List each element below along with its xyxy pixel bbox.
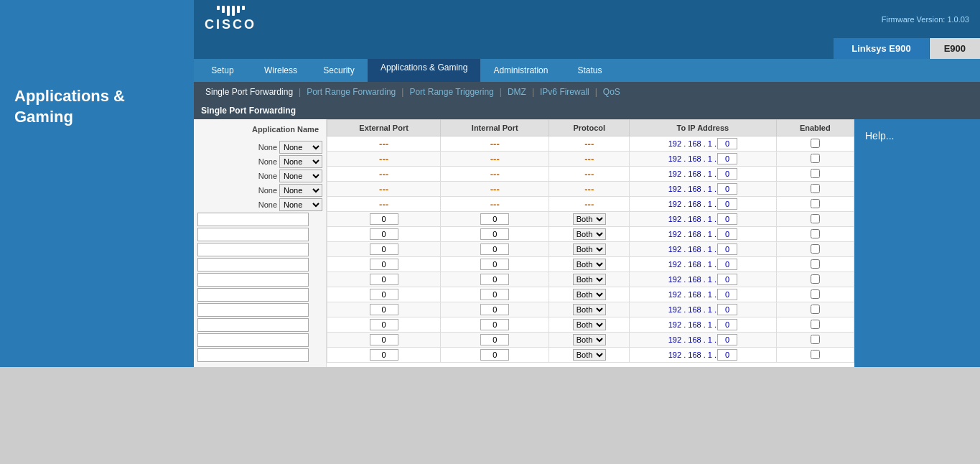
table-row: --- --- --- 192 . 168 . 1 . [327,197,854,212]
proto-cell: --- [549,136,630,152]
ip-last-input[interactable] [717,183,737,195]
ip-last-input[interactable] [717,349,737,361]
enabled-checkbox[interactable] [811,350,820,359]
tab-setup[interactable]: Setup [194,59,251,82]
ext-port-input[interactable] [370,274,398,285]
protocol-select[interactable]: BothTCPUDP [573,289,606,300]
protocol-select[interactable]: BothTCPUDP [573,243,606,255]
ip-wrapper: 192 . 168 . 1 . [633,153,773,164]
enabled-checkbox[interactable] [811,320,820,329]
help-link[interactable]: Help... [865,130,894,141]
int-port-input[interactable] [480,304,509,315]
tab-apps-gaming[interactable]: Applications & Gaming [368,59,480,82]
ip-last-input[interactable] [717,153,737,164]
custom-name-input-10[interactable] [197,348,309,362]
ip-last-input[interactable] [717,259,737,270]
page-body: Application Name None NoneFTPHTTP None N… [194,119,980,367]
enabled-checkbox[interactable] [811,335,820,344]
preset-select-4[interactable]: NoneFTPHTTP [279,184,322,197]
preset-select-3[interactable]: NoneFTPHTTP [279,170,322,182]
int-port-input[interactable] [480,274,509,285]
preset-label-5: None [258,200,277,209]
section-header: Single Port Forwarding [194,102,980,119]
sub-single-port[interactable]: Single Port Forwarding [201,85,297,98]
int-port-input[interactable] [480,289,509,300]
protocol-select[interactable]: BothTCPUDP [573,319,606,330]
enabled-checkbox[interactable] [811,139,820,148]
int-port-input[interactable] [480,319,509,330]
tab-administration[interactable]: Administration [480,59,561,82]
int-port-input[interactable] [480,349,509,361]
int-port-input[interactable] [480,243,509,255]
dash-proto: --- [584,154,594,164]
protocol-select[interactable]: BothTCPUDP [573,228,606,240]
enabled-checkbox[interactable] [811,199,820,208]
ext-port-input[interactable] [370,259,398,270]
dash-int: --- [490,169,500,180]
preset-select-5[interactable]: NoneFTPHTTP [279,198,322,211]
ext-port-input[interactable] [370,349,398,361]
preset-select-2[interactable]: NoneFTPHTTP [279,155,322,168]
ip-last-input[interactable] [717,198,737,210]
custom-name-input-6[interactable] [197,288,309,302]
enabled-checkbox[interactable] [811,289,820,299]
ext-port-input[interactable] [370,213,398,225]
ext-port-input[interactable] [370,289,398,300]
custom-name-row-5 [197,273,322,287]
sub-ipv6[interactable]: IPv6 Firewall [536,85,594,98]
custom-name-input-7[interactable] [197,303,309,317]
custom-name-input-9[interactable] [197,333,309,347]
sub-dmz[interactable]: DMZ [503,85,531,98]
int-port-input[interactable] [480,334,509,345]
protocol-select[interactable]: BothTCPUDP [573,274,606,285]
ip-last-input[interactable] [717,243,737,255]
enabled-checkbox[interactable] [811,274,820,284]
protocol-select[interactable]: BothTCPUDP [573,213,606,225]
ext-port-input[interactable] [370,334,398,345]
ip-last-input[interactable] [717,228,737,240]
int-port-input[interactable] [480,259,509,270]
preset-select-1[interactable]: NoneFTPHTTP [279,141,322,154]
custom-name-input-8[interactable] [197,318,309,332]
ext-port-input[interactable] [370,304,398,315]
preset-row-4: None NoneFTPHTTP [197,184,322,197]
enabled-checkbox[interactable] [811,184,820,193]
custom-name-input-1[interactable] [197,213,309,226]
enabled-checkbox[interactable] [811,154,820,163]
ip-last-input[interactable] [717,334,737,345]
custom-name-input-5[interactable] [197,273,309,287]
enabled-checkbox[interactable] [811,244,820,254]
enabled-checkbox[interactable] [811,214,820,223]
table-row: BothTCPUDP 192 . 168 . 1 . [327,227,854,242]
sub-port-trigger[interactable]: Port Range Triggering [405,85,498,98]
protocol-select[interactable]: BothTCPUDP [573,304,606,315]
tab-wireless[interactable]: Wireless [251,59,310,82]
sub-port-range[interactable]: Port Range Forwarding [302,85,400,98]
protocol-select[interactable]: BothTCPUDP [573,349,606,361]
ip-last-input[interactable] [717,213,737,225]
enabled-checkbox[interactable] [811,305,820,314]
enabled-checkbox[interactable] [811,169,820,178]
ext-port-input[interactable] [370,319,398,330]
col-to-ip: To IP Address [630,120,776,136]
tab-status[interactable]: Status [561,59,618,82]
tab-security[interactable]: Security [310,59,368,82]
ip-last-input[interactable] [717,304,737,315]
protocol-select[interactable]: BothTCPUDP [573,259,606,270]
custom-name-input-3[interactable] [197,243,309,256]
ext-port-input[interactable] [370,243,398,255]
int-port-input[interactable] [480,213,509,225]
custom-name-input-2[interactable] [197,228,309,241]
ip-last-input[interactable] [717,138,737,149]
protocol-select[interactable]: BothTCPUDP [573,334,606,345]
sub-qos[interactable]: QoS [599,85,625,98]
ip-last-input[interactable] [717,289,737,300]
custom-name-input-4[interactable] [197,258,309,272]
enabled-checkbox[interactable] [811,229,820,238]
ip-last-input[interactable] [717,168,737,180]
ext-port-input[interactable] [370,228,398,240]
ip-last-input[interactable] [717,319,737,330]
enabled-checkbox[interactable] [811,259,820,269]
int-port-input[interactable] [480,228,509,240]
ip-last-input[interactable] [717,274,737,285]
